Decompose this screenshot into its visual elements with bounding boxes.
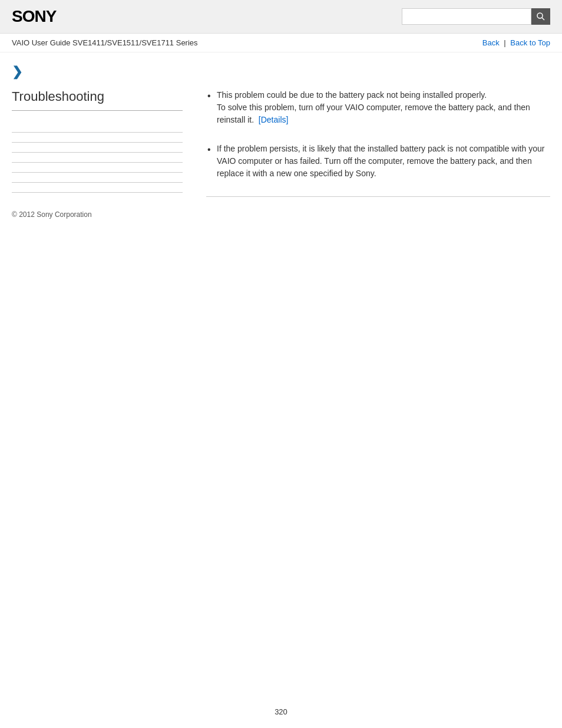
bullet1-text1: This problem could be due to the battery… — [217, 90, 487, 100]
content: ❯ Troubleshooting © 2012 Sony Corporatio… — [0, 52, 562, 242]
sidebar-item-5[interactable] — [12, 163, 183, 173]
header: SONY — [0, 0, 562, 34]
bullet2-text: If the problem persists, it is likely th… — [217, 144, 544, 178]
search-area — [402, 8, 550, 25]
copyright: © 2012 Sony Corporation — [12, 210, 92, 219]
sidebar-item-2[interactable] — [12, 133, 183, 143]
sony-logo: SONY — [12, 7, 56, 26]
back-link[interactable]: Back — [482, 38, 500, 47]
footer: © 2012 Sony Corporation — [12, 210, 183, 219]
sidebar-item-7[interactable] — [12, 183, 183, 193]
details-link[interactable]: [Details] — [259, 115, 289, 124]
section-title: Troubleshooting — [12, 89, 183, 111]
nav-title: VAIO User Guide SVE1411/SVE1511/SVE1711 … — [12, 38, 198, 47]
bullet-item-1: This problem could be due to the battery… — [206, 89, 550, 126]
search-icon — [536, 12, 546, 21]
nav-bar: VAIO User Guide SVE1411/SVE1511/SVE1711 … — [0, 34, 562, 52]
nav-links: Back | Back to Top — [482, 38, 550, 47]
right-divider — [206, 196, 550, 197]
nav-separator: | — [504, 38, 505, 47]
chevron-icon: ❯ — [12, 64, 550, 80]
search-input[interactable] — [402, 8, 531, 25]
back-to-top-link[interactable]: Back to Top — [510, 38, 550, 47]
sidebar-item-1[interactable] — [12, 123, 183, 133]
left-sidebar: Troubleshooting © 2012 Sony Corporation — [12, 89, 194, 219]
sidebar-item-3[interactable] — [12, 143, 183, 153]
svg-line-1 — [542, 18, 544, 20]
two-col-layout: Troubleshooting © 2012 Sony Corporation … — [12, 89, 550, 219]
bullet-item-2: If the problem persists, it is likely th… — [206, 143, 550, 180]
right-content: This problem could be due to the battery… — [194, 89, 550, 219]
sidebar-item-6[interactable] — [12, 173, 183, 183]
sidebar-item-4[interactable] — [12, 153, 183, 163]
bullet-list: This problem could be due to the battery… — [206, 89, 550, 180]
search-button[interactable] — [531, 8, 550, 25]
page-number: 320 — [0, 707, 562, 716]
svg-point-0 — [537, 13, 543, 18]
